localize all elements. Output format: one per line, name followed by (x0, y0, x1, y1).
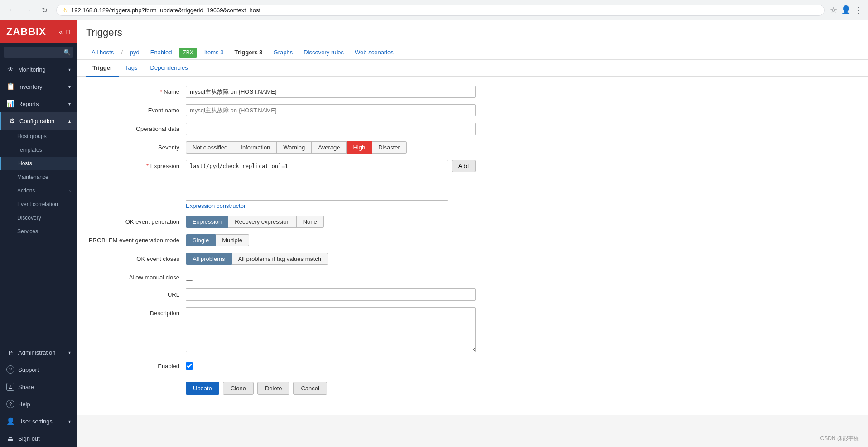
ok-event-expression[interactable]: Expression (186, 216, 228, 228)
back-button[interactable]: ← (5, 4, 18, 16)
operational-data-field (186, 123, 476, 135)
collapse-icon[interactable]: « (59, 28, 63, 35)
help-icon: ? (6, 400, 14, 408)
expand-icon[interactable]: ⊡ (65, 28, 71, 35)
sidebar-item-hosts[interactable]: Hosts (0, 157, 77, 170)
chevron-down-icon: ▾ (68, 350, 71, 355)
enabled-field (186, 360, 476, 371)
event-name-input[interactable] (186, 104, 476, 116)
sidebar-item-inventory[interactable]: 📋 Inventory ▾ (0, 78, 77, 95)
operational-data-input[interactable] (186, 123, 476, 135)
ok-event-generation-label: OK event generation (86, 216, 186, 225)
address-bar[interactable]: ⚠ 192.168.8.129/triggers.php?form=update… (56, 5, 825, 16)
tab-graphs[interactable]: Graphs (268, 45, 299, 59)
tab-trigger[interactable]: Trigger (86, 60, 119, 77)
tab-triggers[interactable]: Triggers 3 (229, 45, 268, 59)
name-input[interactable] (186, 86, 476, 98)
browser-nav-buttons: ← → ↻ (5, 4, 51, 16)
sidebar-item-discovery[interactable]: Discovery (0, 211, 77, 225)
sidebar-search: 🔍 (0, 43, 77, 61)
browser-actions: ☆ 👤 ⋮ (830, 5, 863, 15)
page-header: Triggers (77, 20, 868, 45)
severity-warning[interactable]: Warning (277, 141, 312, 154)
sidebar-item-label: Monitoring (18, 66, 46, 73)
tab-all-hosts[interactable]: All hosts (86, 45, 119, 59)
event-name-label: Event name (86, 104, 186, 114)
description-field (186, 307, 476, 354)
menu-icon[interactable]: ⋮ (854, 5, 863, 15)
problem-event-single[interactable]: Single (186, 234, 216, 246)
administration-icon: 🖥 (6, 349, 14, 356)
update-button[interactable]: Update (186, 382, 219, 395)
sidebar-item-share[interactable]: Z Share (0, 378, 77, 395)
url-row: URL (86, 288, 859, 301)
add-expression-button[interactable]: Add (452, 160, 476, 172)
sidebar-item-host-groups[interactable]: Host groups (0, 130, 77, 143)
refresh-button[interactable]: ↻ (38, 4, 51, 16)
expression-constructor-link[interactable]: Expression constructor (186, 202, 246, 209)
security-warning-icon: ⚠ (62, 7, 68, 14)
sidebar-item-configuration[interactable]: ⚙ Configuration ▴ (0, 112, 77, 130)
severity-field: Not classified Information Warning Avera… (186, 141, 476, 154)
allow-manual-close-checkbox[interactable] (186, 274, 193, 281)
tab-discovery-rules[interactable]: Discovery rules (298, 45, 349, 59)
reports-icon: 📊 (6, 100, 14, 108)
allow-manual-close-field (186, 271, 476, 282)
sidebar-item-sign-out[interactable]: ⏏ Sign out (0, 430, 77, 447)
url-input[interactable] (186, 288, 476, 301)
ok-event-closes-tag-values[interactable]: All problems if tag values match (232, 253, 328, 265)
sidebar-item-administration[interactable]: 🖥 Administration ▾ (0, 344, 77, 361)
sidebar-item-event-correlation[interactable]: Event correlation (0, 197, 77, 211)
allow-manual-close-label: Allow manual close (86, 271, 186, 281)
sidebar-item-templates[interactable]: Templates (0, 143, 77, 157)
expression-textarea[interactable]: last(/pyd/check_replication)=1 (186, 160, 448, 201)
ok-event-generation-group: Expression Recovery expression None (186, 216, 476, 228)
sidebar-item-support[interactable]: ? Support (0, 361, 77, 378)
zbx-badge[interactable]: ZBX (179, 48, 197, 58)
sidebar-bottom: 🖥 Administration ▾ ? Support Z Share ? H… (0, 344, 77, 447)
sidebar-item-monitoring[interactable]: 👁 Monitoring ▾ (0, 61, 77, 78)
search-input[interactable] (4, 47, 73, 58)
description-textarea[interactable] (186, 307, 476, 352)
severity-average[interactable]: Average (312, 141, 347, 154)
tab-dependencies[interactable]: Dependencies (144, 60, 194, 77)
sidebar-item-actions[interactable]: Actions › (0, 184, 77, 197)
cancel-button[interactable]: Cancel (293, 382, 327, 395)
sidebar-item-user-settings[interactable]: 👤 User settings ▾ (0, 413, 77, 430)
forward-button[interactable]: → (22, 4, 34, 16)
severity-information[interactable]: Information (234, 141, 277, 154)
problem-event-multiple[interactable]: Multiple (216, 234, 249, 246)
operational-data-label: Operational data (86, 123, 186, 132)
severity-not-classified[interactable]: Not classified (186, 141, 234, 154)
tab-web-scenarios[interactable]: Web scenarios (349, 45, 399, 59)
sidebar-item-help[interactable]: ? Help (0, 395, 77, 413)
problem-event-mode-group: Single Multiple (186, 234, 476, 246)
sidebar-item-label: Support (18, 366, 39, 373)
tab-tags[interactable]: Tags (119, 60, 144, 77)
enabled-checkbox[interactable] (186, 362, 193, 370)
ok-event-closes-all-problems[interactable]: All problems (186, 253, 232, 265)
user-icon[interactable]: 👤 (841, 5, 851, 15)
expression-wrap: last(/pyd/check_replication)=1 Add (186, 160, 476, 201)
form-tabs: Trigger Tags Dependencies (77, 60, 868, 77)
ok-event-none[interactable]: None (297, 216, 324, 228)
clone-button[interactable]: Clone (223, 382, 254, 395)
sidebar-item-maintenance[interactable]: Maintenance (0, 170, 77, 184)
severity-disaster[interactable]: Disaster (372, 141, 407, 154)
star-icon[interactable]: ☆ (830, 5, 837, 15)
logo-controls: « ⊡ (59, 28, 71, 35)
app-container: ZABBIX « ⊡ 🔍 👁 Monitoring ▾ 📋 Inventory … (0, 20, 868, 447)
name-label: * Name (86, 86, 186, 95)
sidebar-item-label: Help (18, 401, 30, 408)
severity-high[interactable]: High (347, 141, 372, 154)
sidebar-item-services[interactable]: Services (0, 225, 77, 238)
sidebar-item-reports[interactable]: 📊 Reports ▾ (0, 95, 77, 112)
tab-items[interactable]: Items 3 (199, 45, 229, 59)
delete-button[interactable]: Delete (257, 382, 290, 395)
tab-pyd[interactable]: pyd (125, 45, 145, 59)
ok-event-closes-label: OK event closes (86, 253, 186, 262)
tab-enabled[interactable]: Enabled (145, 45, 178, 59)
ok-event-recovery-expression[interactable]: Recovery expression (228, 216, 296, 228)
chevron-down-icon: ▾ (68, 101, 71, 106)
sign-out-icon: ⏏ (6, 434, 14, 442)
